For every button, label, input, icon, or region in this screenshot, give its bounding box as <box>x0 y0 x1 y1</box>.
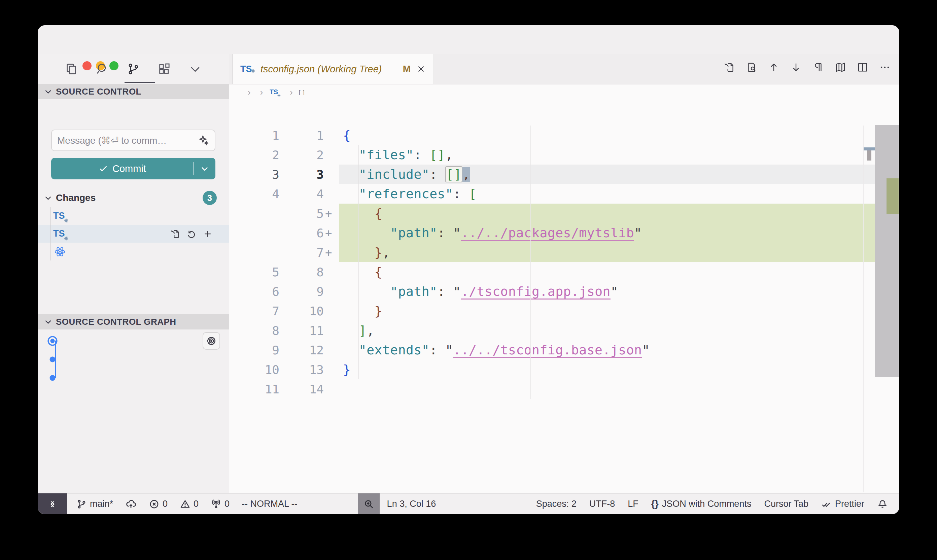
old-line-number: 9 <box>229 343 279 357</box>
status-item-0[interactable]: 0 <box>149 499 168 509</box>
status-item[interactable] <box>125 498 137 510</box>
code-text: } <box>334 303 382 318</box>
code-line-9[interactable]: 6 9 "path": "./tsconfig.app.json" <box>229 282 899 301</box>
source-control-sidebar: SOURCE CONTROL Message (⌘⏎ to comm… Comm… <box>38 84 229 493</box>
more-views-chevron-icon[interactable] <box>188 62 202 76</box>
code-line-7[interactable]: 7 + }, <box>229 243 899 262</box>
status-item[interactable] <box>877 499 888 509</box>
chevron-down-icon <box>44 317 52 326</box>
sparkle-icon[interactable] <box>198 135 209 146</box>
open-file-icon[interactable] <box>170 229 180 239</box>
title-bar: tsmono <box>38 25 899 54</box>
chevron-down-icon <box>44 194 52 202</box>
file-row-tsconfig.json[interactable]: TS <box>38 225 229 243</box>
status-bar: main*000-- NORMAL -- Ln 3, Col 16 Spaces… <box>38 493 899 514</box>
discard-changes-icon[interactable] <box>186 229 197 239</box>
previous-change-icon[interactable] <box>768 62 780 73</box>
old-line-number: 4 <box>229 187 279 201</box>
next-change-icon[interactable] <box>790 62 802 73</box>
commit-graph-dot <box>38 335 67 347</box>
status-item-json-with-comments[interactable]: {}JSON with Comments <box>651 499 752 509</box>
source-control-graph-header[interactable]: SOURCE CONTROL GRAPH <box>38 314 229 329</box>
indent-guide-level1 <box>358 145 359 379</box>
explorer-icon[interactable] <box>65 62 78 76</box>
old-line-number: 5 <box>229 265 279 279</box>
status-item-lf[interactable]: LF <box>628 499 639 509</box>
tab-tsconfig-working-tree[interactable]: TS tsconfig.json (Working Tree) M <box>232 54 434 84</box>
status-item--normal-[interactable]: -- NORMAL -- <box>242 499 297 509</box>
code-diff-view[interactable]: 1 1 { 2 2 "files": [], 3 3 "include": []… <box>229 126 899 402</box>
status-item-0[interactable]: 0 <box>211 499 229 509</box>
breadcrumb-separator: › <box>260 87 263 98</box>
more-actions-icon[interactable] <box>879 62 891 73</box>
editor-toolbar <box>724 62 891 73</box>
commit-message-input[interactable]: Message (⌘⏎ to comm… <box>51 129 215 151</box>
code-text: "extends": "../../tsconfig.base.json" <box>334 343 650 357</box>
commit-row[interactable] <box>38 350 229 369</box>
source-control-section-header[interactable]: SOURCE CONTROL <box>38 84 229 99</box>
breadcrumb-item[interactable]: TS <box>268 86 285 98</box>
zoom-indicator[interactable] <box>358 493 380 514</box>
minimap-mark-vertical <box>867 151 871 160</box>
code-line-8[interactable]: 5 8 { <box>229 262 899 282</box>
code-line-10[interactable]: 7 10 } <box>229 301 899 321</box>
goto-commit-target-button[interactable] <box>203 332 220 350</box>
status-item-prettier[interactable]: Prettier <box>821 499 864 509</box>
new-line-number: 12 <box>279 343 324 357</box>
vertical-scrollbar[interactable] <box>875 125 899 377</box>
code-line-4[interactable]: 4 4 "references": [ <box>229 184 899 204</box>
source-control-graph-title: SOURCE CONTROL GRAPH <box>56 317 176 327</box>
indent-guide-level2 <box>374 204 374 321</box>
status-item-0[interactable]: 0 <box>180 499 198 509</box>
old-line-number: 10 <box>229 363 279 377</box>
cloudup-icon <box>125 498 137 510</box>
code-line-3[interactable]: 3 3 "include": [], <box>229 165 899 184</box>
new-line-number: 6 <box>279 226 324 240</box>
changes-section-header[interactable]: Changes 3 <box>38 190 229 206</box>
commit-row[interactable] <box>38 331 229 350</box>
code-line-6[interactable]: 6 + "path": "../../packages/mytslib" <box>229 223 899 243</box>
code-line-12[interactable]: 9 12 "extends": "../../tsconfig.base.jso… <box>229 340 899 360</box>
status-item-main-[interactable]: main* <box>76 499 113 509</box>
status-item-spaces-2[interactable]: Spaces: 2 <box>536 499 577 509</box>
code-line-2[interactable]: 2 2 "files": [], <box>229 145 899 165</box>
bell-icon <box>877 499 888 509</box>
commit-row[interactable] <box>38 369 229 387</box>
cursor-position[interactable]: Ln 3, Col 16 <box>387 499 436 509</box>
open-file-icon[interactable] <box>724 62 735 73</box>
code-line-13[interactable]: 10 13 } <box>229 360 899 379</box>
source-control-view-icon[interactable] <box>126 62 140 76</box>
minimap-border <box>863 126 864 492</box>
stage-changes-icon[interactable] <box>203 229 213 239</box>
code-line-5[interactable]: 5 + { <box>229 204 899 223</box>
commit-dropdown-button[interactable] <box>193 162 215 175</box>
error-icon <box>149 499 160 509</box>
breadcrumb-separator: › <box>248 87 251 98</box>
source-control-title: SOURCE CONTROL <box>56 86 142 97</box>
inline-view-icon[interactable] <box>746 62 757 73</box>
code-text: "path": "../../packages/mytslib" <box>334 226 642 240</box>
code-line-14[interactable]: 11 14 <box>229 379 899 399</box>
status-item-utf-8[interactable]: UTF-8 <box>589 499 615 509</box>
commit-button[interactable]: Commit <box>51 158 215 179</box>
array-icon: [ ] <box>299 89 305 95</box>
close-tab-icon[interactable] <box>416 64 426 74</box>
extensions-icon[interactable] <box>157 62 171 76</box>
breadcrumb-item[interactable]: [ ] <box>297 88 309 97</box>
word-wrap-map-icon[interactable] <box>835 62 846 73</box>
typescript-file-icon: TS <box>240 63 255 75</box>
search-view-icon[interactable] <box>95 62 109 76</box>
code-line-11[interactable]: 8 11 ], <box>229 321 899 340</box>
react-file-icon <box>53 246 67 257</box>
file-row-tsconfig.app.json[interactable]: TS <box>38 207 229 225</box>
whitespace-pilcrow-icon[interactable] <box>812 62 824 73</box>
check-icon <box>98 163 108 174</box>
status-item-cursor-tab[interactable]: Cursor Tab <box>764 499 808 509</box>
warning-icon <box>180 499 191 509</box>
added-line-plus: + <box>324 207 334 220</box>
code-line-1[interactable]: 1 1 { <box>229 126 899 145</box>
file-row-app.tsx[interactable] <box>38 243 229 260</box>
split-editor-icon[interactable] <box>857 62 868 73</box>
overview-ruler-added-marker <box>886 178 899 214</box>
remote-indicator[interactable] <box>38 493 67 514</box>
